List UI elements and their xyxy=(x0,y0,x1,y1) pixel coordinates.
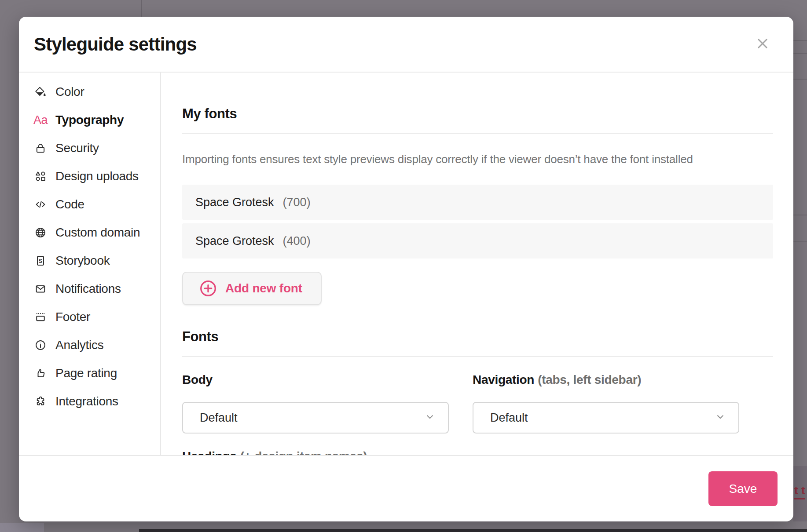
storybook-icon: S xyxy=(34,255,47,267)
sidebar-item-security[interactable]: Security xyxy=(19,134,160,162)
sidebar-item-label: Storybook xyxy=(55,254,110,268)
envelope-icon xyxy=(34,283,47,295)
shapes-icon xyxy=(34,170,47,182)
plus-circle-icon xyxy=(199,279,217,298)
puzzle-icon xyxy=(34,395,47,408)
body-font-field: Body Default xyxy=(182,373,449,434)
add-new-font-button[interactable]: Add new font xyxy=(182,272,322,305)
globe-icon xyxy=(34,226,47,239)
body-font-select[interactable]: Default xyxy=(182,402,449,434)
save-button[interactable]: Save xyxy=(708,471,778,506)
sidebar-item-custom-domain[interactable]: Custom domain xyxy=(19,219,160,247)
divider xyxy=(182,356,773,357)
underlying-link-fragment: t t xyxy=(794,484,805,499)
lock-icon xyxy=(34,142,47,154)
modal-body: Color Aa Typography Security xyxy=(19,73,793,455)
sidebar-item-label: Analytics xyxy=(55,338,103,352)
sidebar-item-label: Code xyxy=(55,197,84,211)
underlying-row-line xyxy=(793,53,807,54)
font-name: Space Grotesk xyxy=(195,234,274,248)
headings-font-label: Headings(+ design item names) xyxy=(182,449,773,455)
sidebar-item-design-uploads[interactable]: Design uploads xyxy=(19,162,160,190)
fonts-title: Fonts xyxy=(182,329,773,345)
underlying-row-line xyxy=(793,79,807,80)
typography-icon: Aa xyxy=(34,114,47,126)
sidebar-item-label: Custom domain xyxy=(55,226,140,240)
thumbs-up-icon xyxy=(34,367,47,379)
settings-sidebar: Color Aa Typography Security xyxy=(19,73,161,455)
chevron-down-icon xyxy=(424,411,436,424)
sidebar-item-color[interactable]: Color xyxy=(19,78,160,106)
code-icon xyxy=(34,198,47,211)
sidebar-item-analytics[interactable]: Analytics xyxy=(19,331,160,359)
sidebar-item-footer[interactable]: Footer xyxy=(19,303,160,331)
sidebar-item-integrations[interactable]: Integrations xyxy=(19,387,160,415)
chevron-down-icon xyxy=(715,411,726,424)
sidebar-item-label: Design uploads xyxy=(55,169,139,183)
typography-settings-panel: My fonts Importing fonts ensures text st… xyxy=(161,73,793,455)
divider xyxy=(182,133,773,134)
modal-header: Styleguide settings xyxy=(19,17,793,73)
underlying-row-line xyxy=(793,215,807,215)
font-weight: (700) xyxy=(283,196,311,209)
info-icon xyxy=(34,339,47,351)
sidebar-item-typography[interactable]: Aa Typography xyxy=(19,106,160,134)
modal-title: Styleguide settings xyxy=(34,34,197,55)
modal-footer: Save xyxy=(19,455,793,521)
close-icon xyxy=(755,36,770,52)
underlying-row-line xyxy=(793,40,807,41)
selected-value: Default xyxy=(490,411,528,425)
underlying-dark-band xyxy=(139,529,807,532)
sidebar-item-label: Page rating xyxy=(55,366,117,380)
underlying-divider xyxy=(141,0,142,17)
selected-value: Default xyxy=(200,411,238,425)
page-backdrop: t t Styleguide settings xyxy=(0,0,807,532)
add-new-font-label: Add new font xyxy=(225,281,302,295)
sidebar-item-label: Integrations xyxy=(55,394,118,408)
close-button[interactable] xyxy=(753,35,772,54)
sidebar-item-code[interactable]: Code xyxy=(19,190,160,219)
font-list-item[interactable]: Space Grotesk (400) xyxy=(182,223,773,259)
my-fonts-description: Importing fonts ensures text style previ… xyxy=(182,153,773,166)
sidebar-item-page-rating[interactable]: Page rating xyxy=(19,359,160,387)
sidebar-item-label: Typography xyxy=(55,113,124,127)
sidebar-item-notifications[interactable]: Notifications xyxy=(19,275,160,303)
styleguide-settings-modal: Styleguide settings xyxy=(19,17,793,521)
imported-fonts-list: Space Grotesk (700) Space Grotesk (400) xyxy=(182,185,773,259)
color-icon xyxy=(34,86,47,98)
sidebar-item-label: Notifications xyxy=(55,282,121,296)
sidebar-item-label: Footer xyxy=(55,310,90,324)
sidebar-item-label: Color xyxy=(55,85,84,99)
navigation-font-label: Navigation(tabs, left sidebar) xyxy=(473,373,739,387)
font-fields: Body Default N xyxy=(182,373,773,434)
navigation-font-field: Navigation(tabs, left sidebar) Default xyxy=(473,373,739,434)
underlying-light-patch xyxy=(0,523,44,532)
font-name: Space Grotesk xyxy=(195,196,274,209)
navigation-font-select[interactable]: Default xyxy=(473,402,739,434)
body-font-label: Body xyxy=(182,373,449,387)
svg-text:S: S xyxy=(39,258,43,264)
font-list-item[interactable]: Space Grotesk (700) xyxy=(182,185,773,220)
sidebar-item-storybook[interactable]: S Storybook xyxy=(19,247,160,275)
underlying-row-line xyxy=(793,241,807,242)
sidebar-item-label: Security xyxy=(55,141,99,155)
footer-icon xyxy=(34,311,47,323)
my-fonts-title: My fonts xyxy=(182,106,773,122)
font-weight: (400) xyxy=(283,234,311,248)
